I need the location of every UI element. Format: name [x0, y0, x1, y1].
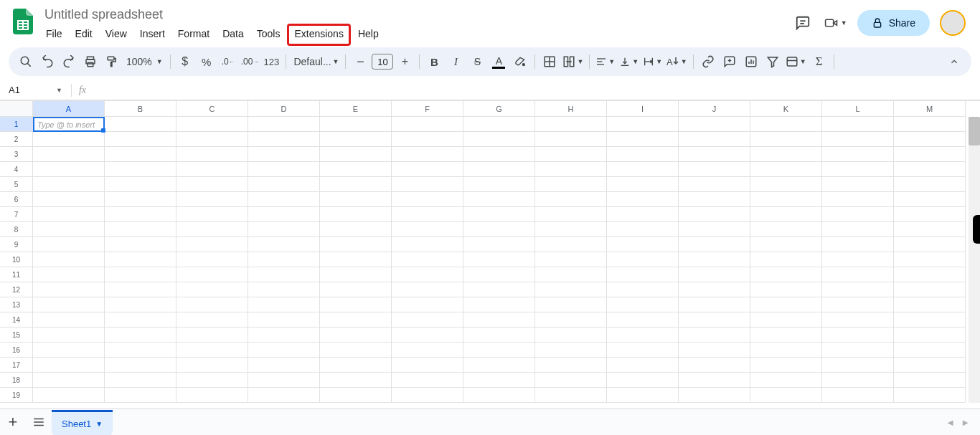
- cell[interactable]: [535, 388, 607, 403]
- name-box-dropdown-icon[interactable]: ▼: [56, 87, 71, 94]
- cell[interactable]: [463, 373, 535, 388]
- table-view-icon[interactable]: ▼: [784, 52, 808, 72]
- cell[interactable]: [392, 343, 463, 358]
- cell[interactable]: [320, 297, 392, 312]
- cell[interactable]: [822, 297, 894, 312]
- cell[interactable]: [392, 328, 463, 343]
- cell[interactable]: [463, 388, 535, 403]
- cell[interactable]: [392, 207, 463, 222]
- cell[interactable]: [176, 222, 248, 237]
- cell[interactable]: [463, 147, 535, 162]
- insert-chart-icon[interactable]: [741, 52, 761, 72]
- menu-insert[interactable]: Insert: [134, 25, 171, 46]
- cell[interactable]: [33, 222, 105, 237]
- cell[interactable]: [822, 207, 894, 222]
- cell[interactable]: [248, 132, 320, 147]
- cell[interactable]: [679, 207, 750, 222]
- cell[interactable]: [750, 282, 822, 297]
- decrease-font-size-icon[interactable]: −: [350, 52, 370, 72]
- undo-icon[interactable]: [37, 52, 57, 72]
- cell[interactable]: [607, 237, 679, 252]
- cell[interactable]: [392, 267, 463, 282]
- cell[interactable]: [607, 358, 679, 373]
- cell[interactable]: [392, 117, 463, 132]
- cell[interactable]: [105, 177, 176, 192]
- cell[interactable]: [822, 177, 894, 192]
- filter-icon[interactable]: [763, 52, 783, 72]
- cell[interactable]: [894, 328, 966, 343]
- cell[interactable]: [248, 192, 320, 207]
- cell[interactable]: [463, 222, 535, 237]
- cell[interactable]: [105, 147, 176, 162]
- cell[interactable]: [750, 117, 822, 132]
- cell[interactable]: [392, 358, 463, 373]
- side-panel-toggle[interactable]: [973, 215, 980, 244]
- video-call-icon[interactable]: ▼: [824, 11, 847, 34]
- cell[interactable]: [894, 162, 966, 177]
- cell[interactable]: [535, 252, 607, 267]
- cells-container[interactable]: Type @ to insert: [33, 117, 969, 403]
- cell[interactable]: [535, 237, 607, 252]
- cell[interactable]: [33, 132, 105, 147]
- cell[interactable]: [176, 237, 248, 252]
- cell[interactable]: [750, 358, 822, 373]
- cell[interactable]: [176, 192, 248, 207]
- text-color-icon[interactable]: A: [489, 52, 509, 72]
- cell[interactable]: [894, 222, 966, 237]
- column-header[interactable]: A: [33, 101, 105, 117]
- row-header[interactable]: 6: [0, 192, 33, 207]
- cell[interactable]: [105, 162, 176, 177]
- sheet-tab[interactable]: Sheet1 ▼: [52, 410, 113, 436]
- cell[interactable]: [679, 358, 750, 373]
- cell[interactable]: [463, 132, 535, 147]
- cell[interactable]: [248, 237, 320, 252]
- spreadsheet-grid[interactable]: ABCDEFGHIJKLM 12345678910111213141516171…: [0, 100, 980, 403]
- cell[interactable]: [248, 207, 320, 222]
- functions-icon[interactable]: Σ: [809, 52, 829, 72]
- cell[interactable]: [750, 132, 822, 147]
- cell[interactable]: [607, 343, 679, 358]
- row-header[interactable]: 17: [0, 358, 33, 373]
- cell[interactable]: [105, 297, 176, 312]
- cell[interactable]: [248, 177, 320, 192]
- cell[interactable]: [33, 267, 105, 282]
- cell[interactable]: [33, 373, 105, 388]
- cell[interactable]: [822, 312, 894, 328]
- column-header[interactable]: E: [320, 101, 392, 117]
- cell[interactable]: [535, 267, 607, 282]
- cell[interactable]: [105, 328, 176, 343]
- cell[interactable]: [105, 117, 176, 132]
- cell[interactable]: [248, 343, 320, 358]
- cell[interactable]: [320, 267, 392, 282]
- cell[interactable]: [248, 312, 320, 328]
- cell[interactable]: [535, 177, 607, 192]
- cell[interactable]: [750, 192, 822, 207]
- cell[interactable]: [894, 237, 966, 252]
- italic-icon[interactable]: I: [446, 52, 466, 72]
- cell[interactable]: [248, 373, 320, 388]
- cell[interactable]: [392, 237, 463, 252]
- cell[interactable]: [105, 237, 176, 252]
- row-header[interactable]: 7: [0, 207, 33, 222]
- strikethrough-icon[interactable]: S: [467, 52, 487, 72]
- account-avatar[interactable]: [940, 10, 966, 36]
- cell[interactable]: [607, 207, 679, 222]
- cell[interactable]: [105, 192, 176, 207]
- cell[interactable]: [607, 162, 679, 177]
- cell[interactable]: [750, 328, 822, 343]
- sheets-logo[interactable]: [9, 7, 37, 36]
- cell[interactable]: [463, 177, 535, 192]
- column-header[interactable]: I: [607, 101, 679, 117]
- column-header[interactable]: H: [535, 101, 607, 117]
- row-header[interactable]: 3: [0, 147, 33, 162]
- cell[interactable]: [176, 132, 248, 147]
- cell[interactable]: [33, 358, 105, 373]
- cell[interactable]: [176, 162, 248, 177]
- cell[interactable]: [105, 343, 176, 358]
- column-headers[interactable]: ABCDEFGHIJKLM: [33, 101, 969, 117]
- row-header[interactable]: 9: [0, 237, 33, 252]
- cell[interactable]: [535, 343, 607, 358]
- cell[interactable]: [607, 388, 679, 403]
- cell[interactable]: [392, 132, 463, 147]
- cell[interactable]: [822, 237, 894, 252]
